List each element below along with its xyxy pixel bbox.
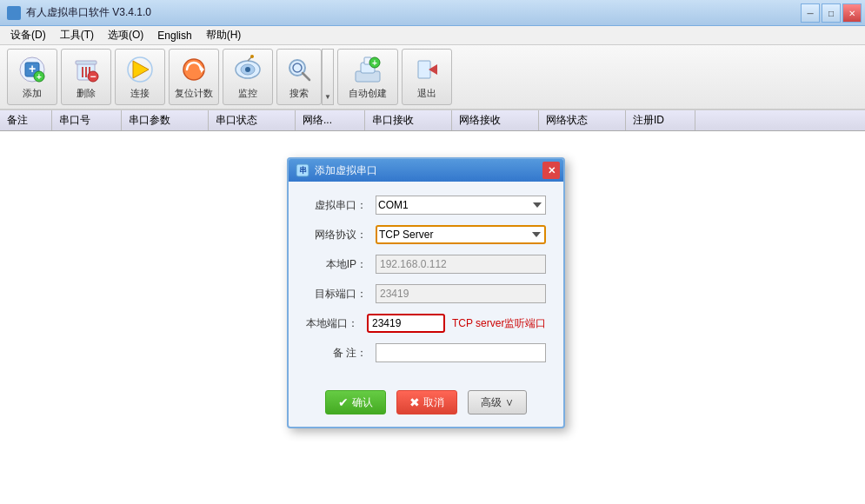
search-icon bbox=[283, 54, 315, 85]
connect-icon bbox=[124, 54, 156, 85]
reset-button[interactable]: 复位计数 bbox=[169, 49, 219, 105]
local-port-input[interactable] bbox=[367, 314, 445, 333]
app-window: 有人虚拟串口软件 V3.4.1.0 ─ □ ✕ 设备(D) 工具(T) 选项(O… bbox=[0, 0, 865, 504]
col-com-recv: 串口接收 bbox=[365, 110, 452, 130]
confirm-icon: ✔ bbox=[338, 395, 349, 409]
col-net-recv: 网络接收 bbox=[452, 110, 539, 130]
content-area: 备注 串口号 串口参数 串口状态 网络... 串口接收 网络接收 网络状态 注册… bbox=[0, 110, 865, 504]
svg-marker-12 bbox=[133, 61, 149, 78]
col-com-params: 串口参数 bbox=[122, 110, 209, 130]
connect-button[interactable]: 连接 bbox=[115, 49, 165, 105]
exit-button[interactable]: 退出 bbox=[402, 49, 452, 105]
local-ip-label: 本地IP： bbox=[306, 257, 367, 272]
svg-text:+: + bbox=[37, 72, 42, 82]
local-port-label: 本地端口： bbox=[306, 316, 358, 331]
menu-bar: 设备(D) 工具(T) 选项(O) English 帮助(H) bbox=[0, 26, 865, 45]
menu-tools[interactable]: 工具(T) bbox=[53, 26, 101, 44]
advanced-label: 高级 ∨ bbox=[481, 395, 513, 410]
connect-label: 连接 bbox=[130, 87, 150, 100]
auto-create-label: 自动创建 bbox=[349, 87, 387, 100]
svg-text:串: 串 bbox=[299, 166, 307, 175]
search-button[interactable]: 搜索 bbox=[276, 49, 322, 105]
maximize-button[interactable]: □ bbox=[822, 3, 841, 23]
remark-row: 备 注： bbox=[306, 343, 546, 362]
svg-line-22 bbox=[303, 73, 309, 80]
monitor-button[interactable]: 监控 bbox=[223, 49, 273, 105]
col-network: 网络... bbox=[296, 110, 365, 130]
cancel-label: 取消 bbox=[423, 395, 444, 410]
add-button[interactable]: + + 添加 bbox=[7, 49, 57, 105]
search-dropdown-arrow[interactable]: ▼ bbox=[322, 49, 334, 105]
menu-device[interactable]: 设备(D) bbox=[3, 26, 53, 44]
dialog-title-icon: 串 bbox=[296, 163, 309, 177]
search-group: 搜索 ▼ bbox=[276, 49, 334, 105]
app-icon bbox=[7, 6, 21, 20]
net-protocol-label: 网络协议： bbox=[306, 228, 367, 242]
toolbar: + + 添加 − 删除 bbox=[0, 45, 865, 110]
minimize-button[interactable]: ─ bbox=[801, 3, 820, 23]
delete-icon: − bbox=[70, 54, 102, 85]
delete-label: 删除 bbox=[77, 87, 96, 100]
monitor-icon bbox=[232, 54, 263, 85]
net-protocol-row: 网络协议： TCP Server TCP Client UDP bbox=[306, 225, 546, 244]
reset-icon bbox=[178, 54, 210, 85]
monitor-label: 监控 bbox=[238, 87, 257, 100]
svg-point-18 bbox=[245, 67, 250, 72]
svg-text:−: − bbox=[90, 70, 96, 83]
close-button[interactable]: ✕ bbox=[842, 3, 862, 23]
target-port-input[interactable] bbox=[376, 284, 546, 303]
search-label: 搜索 bbox=[289, 87, 309, 100]
local-ip-input[interactable] bbox=[376, 255, 546, 274]
dialog-body: 虚拟串口： COM1 COM2 COM3 网络协议： TCP Server TC… bbox=[289, 182, 563, 383]
add-label: 添加 bbox=[23, 87, 42, 100]
col-com-num: 串口号 bbox=[52, 110, 122, 130]
delete-button[interactable]: − 删除 bbox=[61, 49, 111, 105]
virtual-com-select[interactable]: COM1 COM2 COM3 bbox=[376, 196, 546, 215]
dialog-footer: ✔ 确认 ✖ 取消 高级 ∨ bbox=[289, 383, 563, 427]
title-bar-controls: ─ □ ✕ bbox=[801, 3, 862, 23]
title-bar-text: 有人虚拟串口软件 V3.4.1.0 bbox=[26, 5, 151, 20]
reset-label: 复位计数 bbox=[175, 87, 213, 100]
menu-english[interactable]: English bbox=[150, 28, 198, 43]
port-note-text: TCP server监听端口 bbox=[452, 316, 546, 331]
advanced-button[interactable]: 高级 ∨ bbox=[468, 390, 526, 414]
svg-text:+: + bbox=[372, 58, 377, 68]
exit-icon bbox=[411, 54, 442, 85]
cancel-icon: ✖ bbox=[409, 395, 420, 409]
net-protocol-select[interactable]: TCP Server TCP Client UDP bbox=[376, 225, 546, 244]
svg-rect-29 bbox=[418, 61, 430, 78]
svg-rect-6 bbox=[76, 61, 96, 64]
dialog-title-text: 添加虚拟串口 bbox=[315, 163, 377, 178]
col-com-status: 串口状态 bbox=[209, 110, 296, 130]
col-remark: 备注 bbox=[0, 110, 52, 130]
add-com-dialog: 串 添加虚拟串口 ✕ 虚拟串口： COM1 COM2 COM3 bbox=[287, 157, 565, 428]
auto-create-button[interactable]: + 自动创建 bbox=[337, 49, 398, 105]
cancel-button[interactable]: ✖ 取消 bbox=[396, 390, 457, 414]
remark-label: 备 注： bbox=[306, 346, 367, 361]
dialog-title-bar: 串 添加虚拟串口 ✕ bbox=[289, 159, 563, 182]
target-port-row: 目标端口： bbox=[306, 284, 546, 303]
virtual-com-label: 虚拟串口： bbox=[306, 198, 367, 213]
table-header: 备注 串口号 串口参数 串口状态 网络... 串口接收 网络接收 网络状态 注册… bbox=[0, 110, 865, 131]
remark-input[interactable] bbox=[376, 343, 546, 362]
auto-create-icon: + bbox=[352, 54, 383, 85]
add-icon: + + bbox=[17, 54, 48, 85]
exit-label: 退出 bbox=[417, 87, 436, 100]
svg-point-20 bbox=[250, 55, 254, 58]
main-area: 串 添加虚拟串口 ✕ 虚拟串口： COM1 COM2 COM3 bbox=[0, 131, 865, 504]
menu-options[interactable]: 选项(O) bbox=[101, 26, 150, 44]
menu-help[interactable]: 帮助(H) bbox=[199, 26, 249, 44]
virtual-com-row: 虚拟串口： COM1 COM2 COM3 bbox=[306, 196, 546, 215]
confirm-label: 确认 bbox=[352, 395, 373, 410]
local-port-row: 本地端口： TCP server监听端口 bbox=[306, 314, 546, 333]
confirm-button[interactable]: ✔ 确认 bbox=[325, 390, 386, 414]
dialog-close-button[interactable]: ✕ bbox=[542, 162, 560, 179]
col-reg-id: 注册ID bbox=[626, 110, 695, 130]
target-port-label: 目标端口： bbox=[306, 287, 367, 302]
local-ip-row: 本地IP： bbox=[306, 255, 546, 274]
col-net-status: 网络状态 bbox=[539, 110, 626, 130]
title-bar: 有人虚拟串口软件 V3.4.1.0 ─ □ ✕ bbox=[0, 0, 865, 26]
